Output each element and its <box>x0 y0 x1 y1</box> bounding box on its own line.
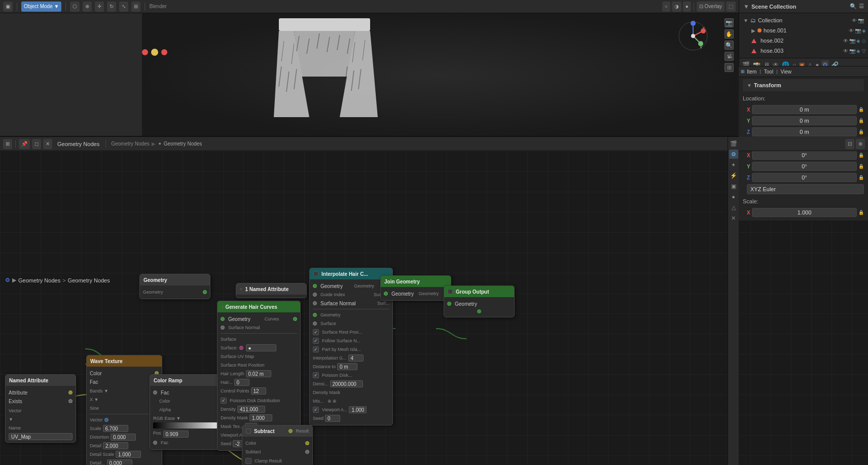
move-view-icon[interactable]: ✋ <box>725 29 734 39</box>
ih-interp-val[interactable]: 4 <box>348 354 364 362</box>
strip-physics-icon[interactable]: ⚡ <box>729 171 738 180</box>
scene-collection-item[interactable]: ▼ 🗂 Collection 👁 📷 <box>739 15 868 25</box>
camera-persp-icon[interactable]: 📷 <box>725 18 734 27</box>
search-icon[interactable]: 🔍 <box>850 3 857 10</box>
node-subtract: Subtract Result Color Subtact Clamp Resu… <box>242 425 313 465</box>
ih-geo-socket <box>313 284 317 288</box>
pivot-center[interactable] <box>151 49 158 56</box>
hose-001-vis[interactable]: 👁 <box>849 28 854 33</box>
object-mode-btn[interactable]: Object Mode ▼ <box>21 2 61 12</box>
ih-part-mesh-check[interactable]: ✓ <box>313 346 319 352</box>
wt-distort-val[interactable]: 0.000 <box>111 434 136 441</box>
ih-seed-val[interactable]: 0 <box>325 415 340 422</box>
wt-det-scale-val[interactable]: 1.000 <box>116 451 141 458</box>
visibility-icon[interactable]: 👁 <box>852 18 857 23</box>
rot-z-lock[interactable]: 🔒 <box>858 175 864 180</box>
ih-viewport-check[interactable]: ✓ <box>313 407 319 413</box>
ghc-hair-length-val[interactable]: 0.02 m <box>246 370 271 377</box>
rotate-btn[interactable]: ↻ <box>107 2 116 12</box>
loc-y-value[interactable]: 0 m <box>752 116 857 125</box>
ne-overlay-btn[interactable]: ⊡ <box>845 139 854 149</box>
camera-view-icon[interactable]: 📽 <box>725 52 734 61</box>
breadcrumb-gn-icon[interactable]: ⚙ <box>5 277 10 283</box>
sub-clamp-check[interactable] <box>245 458 251 464</box>
ne-copy-btn[interactable]: ◻ <box>32 139 41 149</box>
hose-001-render[interactable]: 📷 <box>855 28 861 33</box>
xray-btn[interactable]: ⬚ <box>726 2 736 12</box>
interp-check[interactable] <box>313 271 318 276</box>
wt-det-rough-val[interactable]: 0.000 <box>107 459 132 465</box>
strip-bone-icon[interactable]: ✕ <box>729 213 738 223</box>
scale-x-value[interactable]: 1.000 <box>752 208 857 217</box>
rot-x-lock[interactable]: 🔒 <box>858 153 864 158</box>
hose-001-item[interactable]: ▶ hose.001 👁 📷 ◈ <box>739 25 868 35</box>
ih-poison-check[interactable]: ✓ <box>313 372 319 378</box>
ghc-hair-groups-val[interactable]: 0 <box>234 379 249 386</box>
scale-x-lock[interactable]: 🔒 <box>858 210 864 215</box>
rotation-mode-dropdown[interactable]: XYZ Euler <box>747 184 864 194</box>
cr1-gradient[interactable] <box>153 422 225 428</box>
go-check[interactable] <box>448 289 453 294</box>
ih-density-val[interactable]: 20000.000 <box>330 380 363 387</box>
ghc-density-val[interactable]: 411.000 <box>237 406 265 413</box>
filter-icon[interactable]: ☰ <box>859 3 864 10</box>
strip-data-icon[interactable]: △ <box>729 203 738 212</box>
render-icon[interactable]: 📷 <box>858 18 864 23</box>
ne-snap-btn[interactable]: ⊕ <box>856 139 865 149</box>
loc-z-lock[interactable]: 🔒 <box>858 129 864 134</box>
wt-scale-val[interactable]: 6.700 <box>103 425 128 432</box>
breadcrumb-gn-label[interactable]: Geometry Nodes <box>18 277 60 283</box>
pivot-x[interactable] <box>142 49 148 55</box>
editor-type-btn[interactable]: ▣ <box>3 2 13 12</box>
ih-dist-val[interactable]: 0 m <box>337 363 357 370</box>
loc-y-lock[interactable]: 🔒 <box>858 118 864 123</box>
sub-check[interactable] <box>246 428 251 434</box>
na-name-field[interactable]: UV_Map <box>9 433 73 440</box>
loc-x-value[interactable]: 0 m <box>752 105 857 114</box>
overlay-btn[interactable]: ⊡ Overlay <box>697 2 725 12</box>
viewport-shading-material[interactable]: ◑ <box>672 2 681 12</box>
viewport-shading-solid[interactable]: ○ <box>662 2 670 12</box>
strip-scene-icon[interactable]: 🎬 <box>729 139 738 148</box>
ih-surf-pos-check[interactable]: ✓ <box>313 329 319 335</box>
hose-003-vis[interactable]: 👁 <box>843 48 848 54</box>
viewport-shading-rendered[interactable]: ● <box>683 2 691 12</box>
go-geo-socket <box>447 302 451 306</box>
select-btn[interactable]: ⬡ <box>70 2 80 12</box>
pivot-close[interactable] <box>161 49 167 55</box>
cursor-btn[interactable]: ⊕ <box>83 2 92 12</box>
zoom-icon[interactable]: 🔍 <box>725 41 734 50</box>
hose-002-vis[interactable]: 👁 <box>843 38 848 44</box>
rot-y-value[interactable]: 0° <box>752 162 857 171</box>
transform-header[interactable]: ▼ Transform <box>743 79 864 91</box>
ghc-ctrl-pts-val[interactable]: 12 <box>251 387 266 395</box>
loc-z-value[interactable]: 0 m <box>752 127 857 136</box>
ih-follow-check[interactable]: ✓ <box>313 338 319 344</box>
ne-close-btn[interactable]: ✕ <box>43 139 52 149</box>
ih-vp-val[interactable]: 1.000 <box>349 406 367 413</box>
wt-detail-val[interactable]: 2.000 <box>103 442 128 449</box>
strip-obj-icon[interactable]: ▣ <box>729 182 738 191</box>
cr1-pos-val[interactable]: 0.909 <box>163 431 189 438</box>
rot-y-lock[interactable]: 🔒 <box>858 164 864 169</box>
hose-003-item[interactable]: hose.003 👁 📷 ◈ ▽ <box>739 46 868 56</box>
grid-icon[interactable]: ⊞ <box>725 63 734 72</box>
hose-002-item[interactable]: hose.002 👁 📷 ◈ ◇ <box>739 35 868 46</box>
rot-x-value[interactable]: 0° <box>752 151 857 160</box>
ghc-poison-check[interactable]: ✓ <box>221 398 227 404</box>
transform-btn[interactable]: ⊞ <box>131 2 140 12</box>
hose-002-render[interactable]: 📷 <box>849 38 855 44</box>
loc-x-lock[interactable]: 🔒 <box>858 107 864 112</box>
rot-z-value[interactable]: 0° <box>752 173 857 182</box>
strip-particles-icon[interactable]: ✦ <box>729 160 738 169</box>
ghc-surface-val[interactable]: ● <box>246 344 276 351</box>
move-btn[interactable]: ✛ <box>95 2 104 12</box>
ghc-dens-mask-val[interactable]: 1.000 <box>249 414 272 421</box>
scale-btn[interactable]: ⤡ <box>119 2 128 12</box>
ne-editor-type-btn[interactable]: ⊞ <box>3 139 12 149</box>
hose-003-render[interactable]: 📷 <box>849 48 855 54</box>
strip-modifier-icon[interactable]: ⚙ <box>729 150 738 159</box>
strip-mat-icon[interactable]: ● <box>729 192 738 201</box>
ne-pin-btn[interactable]: 📌 <box>19 139 30 149</box>
navigation-gizmo[interactable]: X Y Z <box>678 21 708 51</box>
